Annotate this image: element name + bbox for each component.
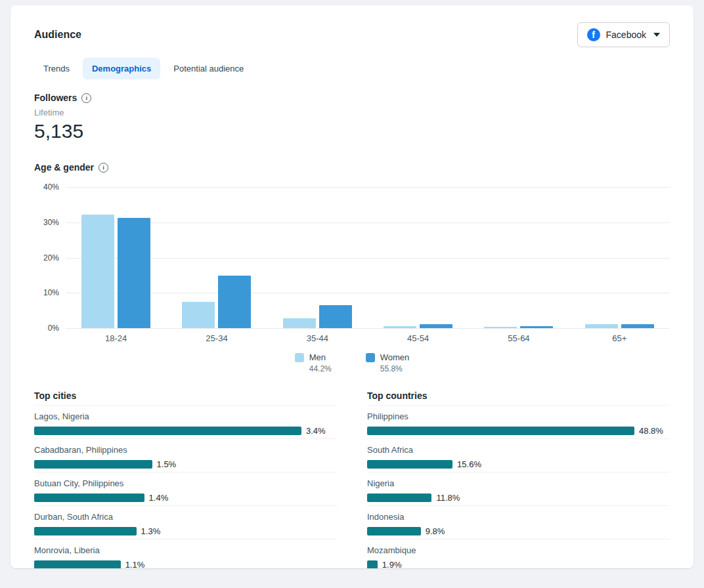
x-axis-label: 18-24 <box>66 333 166 343</box>
age-gender-heading-row: Age & gender i <box>34 162 670 173</box>
hbar <box>34 527 137 536</box>
list-item: Durban, South Africa1.3% <box>34 505 337 536</box>
hbar <box>34 427 301 435</box>
list-item: Mozambique1.9% <box>367 539 670 568</box>
list-item-label: Mozambique <box>367 545 670 555</box>
chevron-down-icon <box>653 33 660 37</box>
hbar <box>34 460 152 469</box>
list-item-label: Philippines <box>367 411 670 421</box>
bar-men-35-44 <box>283 318 316 328</box>
facebook-icon: f <box>587 28 600 41</box>
top-cities-heading: Top cities <box>34 390 337 401</box>
followers-section: Followers i Lifetime 5,135 <box>34 93 670 142</box>
followers-count: 5,135 <box>34 120 670 142</box>
list-item-value: 1.3% <box>141 526 161 536</box>
y-axis-label: 10% <box>34 288 59 297</box>
list-item-label: Nigeria <box>367 478 670 488</box>
chart-plot-area: 40%30%20%10%0% <box>66 187 670 328</box>
bar-group-45-54 <box>368 187 468 328</box>
hbar <box>367 460 452 469</box>
x-axis-label: 65+ <box>569 333 670 343</box>
list-item-label: Butuan City, Philippines <box>34 478 337 488</box>
list-item: Cabadbaran, Philippines1.5% <box>34 438 337 469</box>
bar-group-65+ <box>569 187 670 328</box>
y-axis-label: 0% <box>34 324 59 333</box>
top-countries-list: Philippines48.8%South Africa15.6%Nigeria… <box>367 405 670 568</box>
info-icon[interactable]: i <box>99 163 108 173</box>
hbar <box>367 427 634 435</box>
bar-women-65+ <box>621 324 654 328</box>
list-item-value: 15.6% <box>457 459 481 469</box>
bar-group-18-24 <box>66 187 166 328</box>
top-countries-heading: Top countries <box>367 390 670 401</box>
x-axis-label: 35-44 <box>267 333 368 343</box>
list-item: Butuan City, Philippines1.4% <box>34 472 337 503</box>
tab-trends[interactable]: Trends <box>34 58 79 79</box>
bar-men-45-54 <box>384 326 416 328</box>
audience-card: Audience f Facebook TrendsDemographicsPo… <box>11 5 693 568</box>
x-axis-label: 45-54 <box>368 333 468 343</box>
legend-swatch-women <box>366 353 375 362</box>
hbar <box>367 494 431 502</box>
list-item-label: Durban, South Africa <box>34 512 337 522</box>
followers-heading-row: Followers i <box>34 93 670 103</box>
list-item-value: 1.9% <box>382 560 402 568</box>
list-item-value: 48.8% <box>639 426 663 436</box>
platform-selector-label: Facebook <box>606 30 646 40</box>
x-axis-label: 55-64 <box>468 333 569 343</box>
list-item-label: Indonesia <box>367 512 670 522</box>
top-countries-section: Top countries Philippines48.8%South Afri… <box>367 390 670 568</box>
y-axis-label: 30% <box>34 218 59 227</box>
hbar <box>367 527 421 536</box>
y-axis-label: 20% <box>34 253 59 262</box>
bar-women-35-44 <box>319 305 352 328</box>
bar-group-55-64 <box>468 187 569 328</box>
legend-value: 44.2% <box>309 364 332 373</box>
bar-men-25-34 <box>182 302 215 328</box>
bar-men-65+ <box>585 324 618 328</box>
list-item-value: 1.1% <box>125 560 145 568</box>
legend-label: Men <box>309 352 332 362</box>
bar-group-35-44 <box>267 187 368 328</box>
top-lists: Top cities Lagos, Nigeria3.4%Cabadbaran,… <box>34 390 670 568</box>
legend-item-men: Men44.2% <box>295 352 332 373</box>
list-item: South Africa15.6% <box>367 438 670 469</box>
top-cities-list: Lagos, Nigeria3.4%Cabadbaran, Philippine… <box>34 405 337 568</box>
list-item-value: 11.8% <box>436 493 460 503</box>
list-item: Philippines48.8% <box>367 405 670 436</box>
list-item-label: Cabadbaran, Philippines <box>34 445 337 455</box>
list-item: Indonesia9.8% <box>367 505 670 536</box>
list-item: Monrovia, Liberia1.1% <box>34 539 337 568</box>
tabs: TrendsDemographicsPotential audience <box>34 58 670 79</box>
chart-bars <box>66 187 670 328</box>
bar-women-45-54 <box>420 324 452 328</box>
y-axis-label: 40% <box>34 182 59 192</box>
bar-men-18-24 <box>81 215 114 328</box>
top-cities-section: Top cities Lagos, Nigeria3.4%Cabadbaran,… <box>34 390 337 568</box>
followers-heading: Followers <box>34 93 77 103</box>
page-title: Audience <box>34 29 81 41</box>
list-item-label: South Africa <box>367 445 670 455</box>
platform-selector[interactable]: f Facebook <box>577 22 670 47</box>
x-axis-label: 25-34 <box>166 333 267 343</box>
list-item-label: Monrovia, Liberia <box>34 545 337 555</box>
gridline <box>66 328 670 329</box>
chart-x-axis: 18-2425-3435-4445-5455-6465+ <box>66 333 670 343</box>
legend-item-women: Women55.8% <box>366 352 410 373</box>
bar-men-55-64 <box>484 327 517 328</box>
bar-women-55-64 <box>520 326 553 328</box>
followers-period: Lifetime <box>34 108 670 117</box>
list-item-value: 3.4% <box>306 426 326 436</box>
tab-potential-audience[interactable]: Potential audience <box>164 58 253 79</box>
age-gender-chart: 40%30%20%10%0% 18-2425-3435-4445-5455-64… <box>34 187 670 373</box>
age-gender-heading: Age & gender <box>34 162 94 173</box>
tab-demographics[interactable]: Demographics <box>83 58 160 79</box>
list-item-value: 1.4% <box>149 493 169 503</box>
legend-value: 55.8% <box>380 364 410 373</box>
list-item: Nigeria11.8% <box>367 472 670 503</box>
hbar <box>34 560 121 568</box>
bar-group-25-34 <box>166 187 267 328</box>
info-icon[interactable]: i <box>81 93 91 103</box>
list-item: Lagos, Nigeria3.4% <box>34 405 337 436</box>
card-header: Audience f Facebook <box>34 22 670 47</box>
